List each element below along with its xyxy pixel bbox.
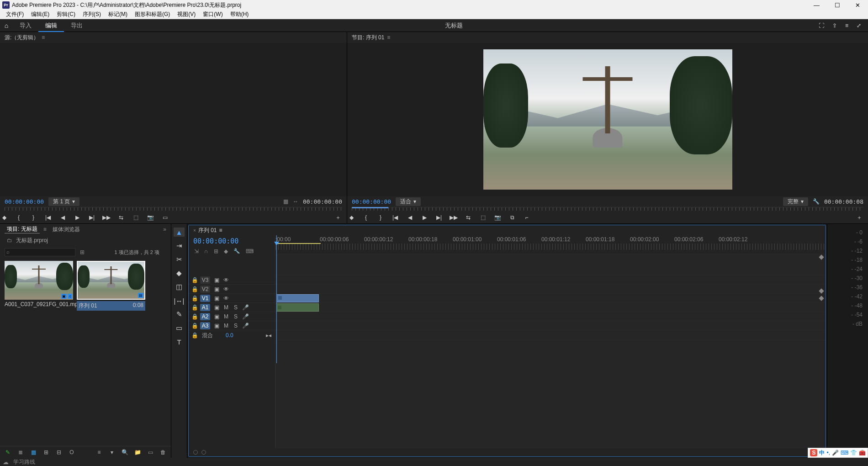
- panel-more-icon[interactable]: »: [163, 226, 171, 233]
- in-icon[interactable]: {: [362, 214, 370, 221]
- track-select-tool-icon[interactable]: ⇥: [174, 241, 185, 250]
- mute-icon[interactable]: M: [223, 323, 229, 329]
- solo-icon[interactable]: S: [233, 313, 239, 320]
- track-header-mix[interactable]: 🔒混合0.0▸◂: [189, 330, 275, 340]
- project-bin-body[interactable]: ▣♫ A001_C037_0921FG_001.mp40:08 ▤ 序列 010…: [0, 259, 171, 446]
- goto-in-icon[interactable]: |◀: [44, 214, 52, 221]
- track-a1[interactable]: [275, 303, 826, 312]
- minimize-button[interactable]: —: [806, 0, 827, 10]
- panel-menu-icon[interactable]: ≡: [42, 34, 45, 41]
- ime-punct-icon[interactable]: •,: [826, 450, 830, 456]
- lock-icon[interactable]: 🔒: [191, 286, 197, 292]
- sync-status-icon[interactable]: ☁: [3, 459, 9, 466]
- track-v1[interactable]: A001_C037_0921FG: [275, 294, 826, 303]
- source-time-ruler[interactable]: [5, 207, 342, 211]
- filter-bin-icon[interactable]: ⊞: [80, 249, 85, 255]
- program-time-ruler[interactable]: [352, 207, 863, 211]
- close-button[interactable]: ✕: [847, 0, 868, 10]
- sequence-tab-label[interactable]: 序列 01: [198, 227, 217, 234]
- automate-icon[interactable]: ▾: [108, 449, 116, 455]
- out-icon[interactable]: }: [29, 214, 37, 221]
- panel-menu-icon[interactable]: ≡: [43, 226, 47, 233]
- mute-icon[interactable]: M: [223, 313, 229, 320]
- comp-icon[interactable]: ▭: [161, 214, 169, 221]
- add-button-icon[interactable]: ＋: [334, 214, 342, 222]
- timeline-ruler[interactable]: [275, 244, 826, 250]
- lock-icon[interactable]: 🔒: [191, 277, 197, 283]
- tab-edit[interactable]: 编辑: [38, 19, 64, 32]
- comp-view-icon[interactable]: ⧉: [508, 214, 516, 221]
- sort-icon[interactable]: ≡: [95, 449, 103, 455]
- add-button-icon[interactable]: ＋: [855, 214, 863, 222]
- track-mix[interactable]: [275, 330, 826, 340]
- icon-view-icon[interactable]: ▦: [29, 449, 37, 455]
- safe-margins-icon[interactable]: ⌐: [523, 214, 531, 221]
- maximize-button[interactable]: ☐: [827, 0, 847, 10]
- track-header-a1[interactable]: 🔒A1▣MS🎤: [189, 303, 275, 312]
- menu-clip[interactable]: 剪辑(C): [53, 11, 79, 18]
- track-header-v1[interactable]: 🔒V1▣👁: [189, 294, 275, 303]
- goto-out-icon[interactable]: ▶▶: [450, 214, 458, 221]
- thumb-size-icon[interactable]: ⊟: [55, 449, 63, 455]
- ime-toolbar[interactable]: S 中 •, 🎤 ⌨ 👕 🧰: [808, 448, 868, 458]
- project-sequence-item[interactable]: ▤ 序列 010:08: [77, 261, 145, 311]
- source-monitor-view[interactable]: [0, 43, 347, 196]
- source-timecode-left[interactable]: 00:00:00:00: [5, 198, 44, 205]
- eye-icon[interactable]: 👁: [223, 277, 229, 283]
- ime-keyboard-icon[interactable]: ⌨: [841, 450, 848, 456]
- toggle-output-icon[interactable]: ▣: [213, 313, 220, 320]
- mute-icon[interactable]: M: [223, 304, 229, 311]
- step-back-icon[interactable]: ◀: [406, 214, 414, 221]
- fullscreen-icon[interactable]: ⤢: [857, 22, 861, 29]
- rectangle-tool-icon[interactable]: ✎: [174, 310, 185, 319]
- ime-skin-icon[interactable]: 👕: [850, 450, 857, 456]
- lock-icon[interactable]: 🔒: [191, 313, 197, 320]
- razor-tool-icon[interactable]: ◆: [174, 269, 185, 278]
- timeline-timecode[interactable]: 00:00:00:00: [193, 237, 238, 245]
- find-icon[interactable]: 🔍: [121, 449, 129, 455]
- wrench-icon[interactable]: 🔧: [813, 198, 820, 205]
- toggle-output-icon[interactable]: ▣: [213, 304, 220, 311]
- voice-icon[interactable]: 🎤: [242, 313, 249, 320]
- toggle-output-icon[interactable]: ▣: [213, 277, 220, 283]
- track-header-a2[interactable]: 🔒A2▣MS🎤: [189, 312, 275, 321]
- delete-icon[interactable]: 🗑: [159, 449, 167, 455]
- share-icon[interactable]: ⇪: [832, 22, 837, 29]
- ime-toolbox-icon[interactable]: 🧰: [859, 450, 866, 456]
- menu-help[interactable]: 帮助(H): [227, 11, 253, 18]
- in-icon[interactable]: {: [15, 214, 23, 221]
- solo-icon[interactable]: S: [233, 323, 239, 329]
- solo-icon[interactable]: S: [233, 304, 239, 311]
- track-header-a3[interactable]: 🔒A3▣MS🎤: [189, 321, 275, 330]
- freeform-view-icon[interactable]: ⊞: [42, 449, 50, 455]
- track-v3[interactable]: [275, 275, 826, 285]
- track-header-v2[interactable]: 🔒V2▣👁: [189, 285, 275, 294]
- track-a3[interactable]: [275, 321, 826, 330]
- settings-icon[interactable]: ▦: [283, 198, 288, 205]
- step-back-icon[interactable]: ◀: [58, 214, 67, 221]
- panel-menu-icon[interactable]: ≡: [219, 227, 222, 233]
- play-icon[interactable]: ▶: [73, 214, 81, 221]
- marker-icon[interactable]: ◆: [0, 214, 8, 221]
- selection-tool-icon[interactable]: ▲: [174, 228, 185, 237]
- program-timecode-left[interactable]: 00:00:00:00: [352, 198, 391, 205]
- zoom-slider[interactable]: O: [68, 449, 76, 455]
- expand-icon[interactable]: ▸◂: [266, 332, 271, 339]
- toggle-output-icon[interactable]: ▣: [213, 295, 220, 302]
- goto-out-icon[interactable]: ▶▶: [102, 214, 111, 221]
- marker-icon[interactable]: ◆: [347, 214, 355, 221]
- project-search-input[interactable]: [5, 248, 75, 256]
- toggle-output-icon[interactable]: ▣: [213, 323, 220, 329]
- close-sequence-icon[interactable]: ×: [193, 228, 196, 233]
- track-a2[interactable]: [275, 312, 826, 321]
- timeline-zoom-bar[interactable]: [189, 448, 826, 456]
- toggle-output-icon[interactable]: ▣: [213, 286, 220, 292]
- program-res-dropdown[interactable]: 完整▾: [783, 197, 808, 206]
- tab-project[interactable]: 项目: 无标题: [5, 225, 40, 233]
- hand-tool-icon[interactable]: ▭: [174, 323, 185, 333]
- eye-icon[interactable]: 👁: [223, 295, 229, 302]
- lock-icon[interactable]: 🔒: [191, 332, 198, 339]
- lock-icon[interactable]: 🔒: [191, 304, 197, 311]
- menu-marker[interactable]: 标记(M): [105, 11, 131, 18]
- new-bin-icon[interactable]: 📁: [133, 449, 142, 455]
